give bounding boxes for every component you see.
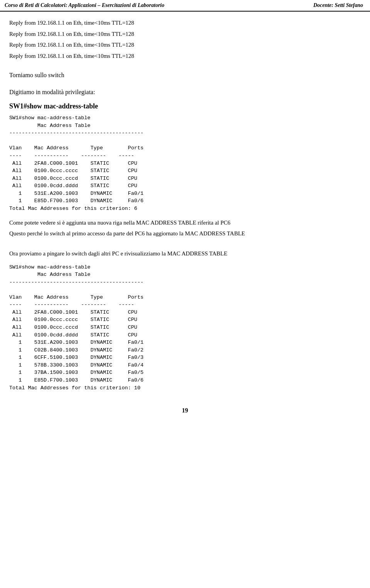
reply-line-1: Reply from 192.168.1.1 on Eth, time<10ms… [9, 19, 361, 27]
reply-lines-block: Reply from 192.168.1.1 on Eth, time<10ms… [9, 19, 361, 60]
reply-line-2: Reply from 192.168.1.1 on Eth, time<10ms… [9, 30, 361, 39]
code-block-2: SW1#show mac-address-table Mac Address T… [9, 264, 361, 392]
header-right-text: Docente: Setti Stefano [313, 2, 363, 8]
section1-subheading: Digitiamo in modalità privilegiata: [9, 87, 361, 97]
prose-text-2: Questo perché lo switch al primo accesso… [9, 230, 245, 237]
header-left-text: Corso di Reti di Calcolatori: Applicazio… [5, 2, 164, 8]
main-content: Reply from 192.168.1.1 on Eth, time<10ms… [0, 12, 370, 426]
prose-text-1: Come potete vedere si è aggiunta una nuo… [9, 220, 230, 226]
page-header: Corso di Reti di Calcolatori: Applicazio… [0, 0, 370, 12]
section1-heading: Torniamo sullo switch [9, 70, 361, 80]
section1-command: SW1#show mac-address-table [9, 102, 361, 110]
prose-block-2: Questo perché lo switch al primo accesso… [9, 229, 361, 238]
reply-line-3: Reply from 192.168.1.1 on Eth, time<10ms… [9, 41, 361, 49]
section2-heading: Ora proviamo a pingare lo switch dagli a… [9, 249, 361, 258]
prose-block-1: Come potete vedere si è aggiunta una nuo… [9, 218, 361, 227]
reply-line-4: Reply from 192.168.1.1 on Eth, time<10ms… [9, 52, 361, 61]
page-number: 19 [9, 407, 361, 414]
code-block-1: SW1#show mac-address-table Mac Address T… [9, 114, 361, 212]
